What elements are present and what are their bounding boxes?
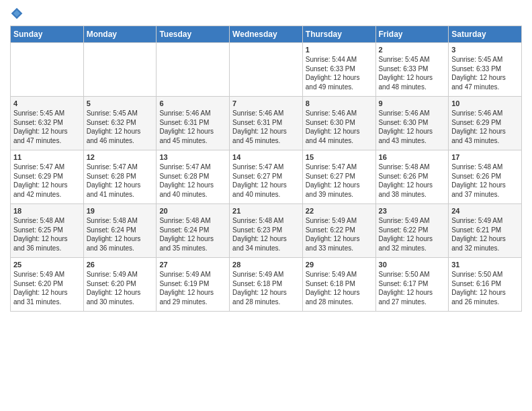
calendar-cell: 23Sunrise: 5:49 AMSunset: 6:22 PMDayligh… [375, 204, 449, 258]
calendar-cell: 21Sunrise: 5:48 AMSunset: 6:23 PMDayligh… [230, 204, 303, 258]
calendar-cell: 16Sunrise: 5:48 AMSunset: 6:26 PMDayligh… [375, 150, 449, 204]
day-info: Sunrise: 5:50 AMSunset: 6:17 PMDaylight:… [379, 270, 446, 306]
calendar-week-row: 1Sunrise: 5:44 AMSunset: 6:33 PMDaylight… [11, 43, 522, 97]
day-number: 22 [306, 207, 373, 215]
calendar-cell: 9Sunrise: 5:46 AMSunset: 6:30 PMDaylight… [375, 97, 449, 150]
day-number: 20 [159, 207, 226, 215]
day-info: Sunrise: 5:45 AMSunset: 6:33 PMDaylight:… [379, 55, 446, 91]
calendar-cell [11, 43, 84, 97]
day-number: 18 [13, 207, 81, 215]
calendar-week-row: 18Sunrise: 5:48 AMSunset: 6:25 PMDayligh… [11, 204, 522, 258]
day-number: 23 [379, 207, 446, 215]
day-number: 29 [306, 261, 373, 269]
day-of-week-header: Tuesday [157, 26, 230, 43]
day-info: Sunrise: 5:49 AMSunset: 6:18 PMDaylight:… [306, 270, 373, 306]
logo-icon [10, 7, 24, 20]
day-number: 15 [306, 153, 373, 161]
day-info: Sunrise: 5:46 AMSunset: 6:29 PMDaylight:… [451, 109, 519, 145]
day-info: Sunrise: 5:49 AMSunset: 6:20 PMDaylight:… [13, 270, 81, 306]
day-number: 5 [87, 99, 154, 107]
calendar-cell: 22Sunrise: 5:49 AMSunset: 6:22 PMDayligh… [302, 204, 375, 258]
calendar-cell: 4Sunrise: 5:45 AMSunset: 6:32 PMDaylight… [11, 97, 84, 150]
day-number: 3 [451, 46, 519, 54]
day-info: Sunrise: 5:46 AMSunset: 6:31 PMDaylight:… [159, 109, 226, 145]
day-info: Sunrise: 5:47 AMSunset: 6:28 PMDaylight:… [87, 163, 154, 199]
day-info: Sunrise: 5:47 AMSunset: 6:29 PMDaylight:… [13, 163, 81, 199]
day-info: Sunrise: 5:48 AMSunset: 6:26 PMDaylight:… [451, 163, 519, 199]
day-info: Sunrise: 5:48 AMSunset: 6:23 PMDaylight:… [232, 216, 300, 253]
calendar-cell: 29Sunrise: 5:49 AMSunset: 6:18 PMDayligh… [302, 258, 375, 312]
calendar-cell: 5Sunrise: 5:45 AMSunset: 6:32 PMDaylight… [83, 97, 157, 150]
day-info: Sunrise: 5:45 AMSunset: 6:33 PMDaylight:… [451, 55, 519, 91]
day-number: 10 [451, 99, 519, 107]
day-info: Sunrise: 5:46 AMSunset: 6:30 PMDaylight:… [306, 109, 373, 145]
calendar-cell: 27Sunrise: 5:49 AMSunset: 6:19 PMDayligh… [157, 258, 230, 312]
day-number: 17 [451, 153, 519, 161]
day-number: 16 [379, 153, 446, 161]
calendar-cell [157, 43, 230, 97]
day-info: Sunrise: 5:49 AMSunset: 6:20 PMDaylight:… [87, 270, 154, 306]
calendar-week-row: 4Sunrise: 5:45 AMSunset: 6:32 PMDaylight… [11, 97, 522, 150]
calendar-cell: 1Sunrise: 5:44 AMSunset: 6:33 PMDaylight… [302, 43, 375, 97]
calendar-cell: 14Sunrise: 5:47 AMSunset: 6:27 PMDayligh… [230, 150, 303, 204]
day-number: 9 [379, 99, 446, 107]
day-number: 13 [159, 153, 226, 161]
day-number: 26 [87, 261, 154, 269]
calendar-week-row: 11Sunrise: 5:47 AMSunset: 6:29 PMDayligh… [11, 150, 522, 204]
day-info: Sunrise: 5:47 AMSunset: 6:27 PMDaylight:… [306, 163, 373, 199]
day-number: 31 [451, 261, 519, 269]
calendar-cell: 6Sunrise: 5:46 AMSunset: 6:31 PMDaylight… [157, 97, 230, 150]
calendar-header: SundayMondayTuesdayWednesdayThursdayFrid… [11, 26, 522, 43]
day-number: 14 [232, 153, 300, 161]
day-info: Sunrise: 5:44 AMSunset: 6:33 PMDaylight:… [306, 55, 373, 91]
calendar-cell: 8Sunrise: 5:46 AMSunset: 6:30 PMDaylight… [302, 97, 375, 150]
calendar-cell: 30Sunrise: 5:50 AMSunset: 6:17 PMDayligh… [375, 258, 449, 312]
day-info: Sunrise: 5:48 AMSunset: 6:24 PMDaylight:… [87, 216, 154, 253]
day-info: Sunrise: 5:50 AMSunset: 6:16 PMDaylight:… [451, 270, 519, 306]
day-of-week-header: Wednesday [230, 26, 303, 43]
calendar-cell: 28Sunrise: 5:49 AMSunset: 6:18 PMDayligh… [230, 258, 303, 312]
calendar-cell: 25Sunrise: 5:49 AMSunset: 6:20 PMDayligh… [11, 258, 84, 312]
day-number: 28 [232, 261, 300, 269]
day-info: Sunrise: 5:49 AMSunset: 6:22 PMDaylight:… [306, 216, 373, 253]
day-number: 1 [306, 46, 373, 54]
day-number: 6 [159, 99, 226, 107]
day-info: Sunrise: 5:47 AMSunset: 6:28 PMDaylight:… [159, 163, 226, 199]
day-info: Sunrise: 5:45 AMSunset: 6:32 PMDaylight:… [13, 109, 81, 145]
calendar-cell [83, 43, 157, 97]
calendar-cell: 18Sunrise: 5:48 AMSunset: 6:25 PMDayligh… [11, 204, 84, 258]
day-number: 11 [13, 153, 81, 161]
day-info: Sunrise: 5:49 AMSunset: 6:19 PMDaylight:… [159, 270, 226, 306]
day-info: Sunrise: 5:45 AMSunset: 6:32 PMDaylight:… [87, 109, 154, 145]
day-number: 7 [232, 99, 300, 107]
calendar-cell: 13Sunrise: 5:47 AMSunset: 6:28 PMDayligh… [157, 150, 230, 204]
calendar-table: SundayMondayTuesdayWednesdayThursdayFrid… [10, 26, 522, 312]
logo [10, 7, 26, 20]
day-info: Sunrise: 5:46 AMSunset: 6:30 PMDaylight:… [379, 109, 446, 145]
day-number: 21 [232, 207, 300, 215]
calendar-body: 1Sunrise: 5:44 AMSunset: 6:33 PMDaylight… [11, 43, 522, 312]
day-info: Sunrise: 5:48 AMSunset: 6:26 PMDaylight:… [379, 163, 446, 199]
day-info: Sunrise: 5:49 AMSunset: 6:21 PMDaylight:… [451, 216, 519, 253]
calendar-cell: 19Sunrise: 5:48 AMSunset: 6:24 PMDayligh… [83, 204, 157, 258]
day-number: 30 [379, 261, 446, 269]
day-of-week-header: Thursday [302, 26, 375, 43]
calendar-cell [230, 43, 303, 97]
day-number: 2 [379, 46, 446, 54]
calendar-cell: 17Sunrise: 5:48 AMSunset: 6:26 PMDayligh… [449, 150, 522, 204]
day-info: Sunrise: 5:48 AMSunset: 6:24 PMDaylight:… [159, 216, 226, 253]
calendar-cell: 11Sunrise: 5:47 AMSunset: 6:29 PMDayligh… [11, 150, 84, 204]
calendar-cell: 15Sunrise: 5:47 AMSunset: 6:27 PMDayligh… [302, 150, 375, 204]
calendar-cell: 12Sunrise: 5:47 AMSunset: 6:28 PMDayligh… [83, 150, 157, 204]
day-number: 24 [451, 207, 519, 215]
calendar-cell: 2Sunrise: 5:45 AMSunset: 6:33 PMDaylight… [375, 43, 449, 97]
day-of-week-header: Sunday [11, 26, 84, 43]
calendar-cell: 31Sunrise: 5:50 AMSunset: 6:16 PMDayligh… [449, 258, 522, 312]
day-number: 19 [87, 207, 154, 215]
calendar-cell: 20Sunrise: 5:48 AMSunset: 6:24 PMDayligh… [157, 204, 230, 258]
calendar-cell: 26Sunrise: 5:49 AMSunset: 6:20 PMDayligh… [83, 258, 157, 312]
calendar-cell: 10Sunrise: 5:46 AMSunset: 6:29 PMDayligh… [449, 97, 522, 150]
day-number: 27 [159, 261, 226, 269]
calendar-cell: 7Sunrise: 5:46 AMSunset: 6:31 PMDaylight… [230, 97, 303, 150]
page-header [10, 7, 522, 20]
